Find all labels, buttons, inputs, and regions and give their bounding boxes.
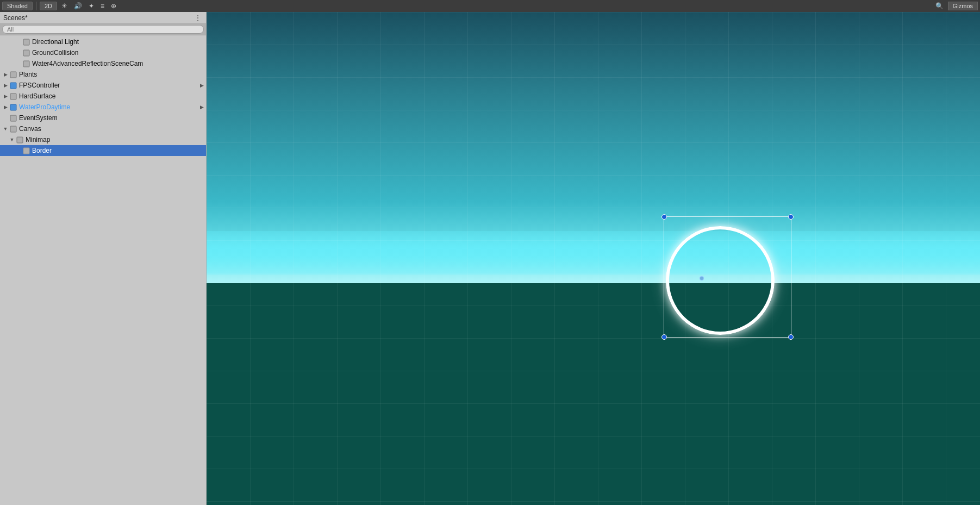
search-bar — [0, 24, 206, 35]
tree-item-minimap[interactable]: Minimap — [0, 134, 206, 145]
icon-hard-surface — [9, 92, 17, 101]
expand-arrow-plants[interactable] — [2, 71, 9, 78]
label-minimap: Minimap — [26, 136, 50, 144]
tree-item-border[interactable]: Border — [0, 145, 206, 156]
label-canvas: Canvas — [19, 125, 41, 133]
expand-arrow-water-pro[interactable] — [2, 104, 9, 110]
icon-directional-light — [22, 38, 30, 46]
label-border: Border — [32, 147, 52, 154]
tree-item-plants[interactable]: Plants — [0, 69, 206, 80]
toolbar-2d-btn[interactable]: 2D — [40, 2, 57, 10]
label-hard-surface: HardSurface — [19, 92, 55, 100]
label-event-system: EventSystem — [19, 114, 58, 122]
panel-header: Scenes* ⋮ — [0, 12, 206, 24]
icon-water-pro — [9, 103, 17, 111]
circle-center-pivot — [700, 276, 704, 280]
tree-item-event-system[interactable]: EventSystem — [0, 113, 206, 123]
layers-icon[interactable]: ⊕ — [109, 2, 118, 10]
tree-item-water-pro[interactable]: WaterProDaytime ▶ — [0, 102, 206, 113]
icon-border — [22, 146, 30, 155]
icon-canvas — [9, 124, 17, 133]
expand-arrow-canvas[interactable] — [2, 126, 9, 132]
icon-water4-cam — [22, 59, 30, 68]
toolbar-shade-mode[interactable]: Shaded — [2, 2, 33, 10]
tree-item-fps-controller[interactable]: FPSController ▶ — [0, 80, 206, 91]
label-plants: Plants — [19, 71, 37, 78]
icon-fps — [9, 81, 17, 90]
tree-item-directional-light[interactable]: Directional Light — [0, 36, 206, 47]
svg-rect-5 — [10, 93, 16, 99]
label-directional-light: Directional Light — [32, 38, 79, 46]
svg-rect-10 — [23, 148, 29, 154]
label-fps: FPSController — [19, 82, 60, 89]
right-arrow-water-pro: ▶ — [200, 104, 206, 110]
toolbar-divider-1 — [36, 2, 36, 10]
label-ground-collision: GroundCollision — [32, 49, 78, 57]
panel-menu-btn[interactable]: ⋮ — [193, 14, 203, 22]
svg-rect-9 — [17, 137, 23, 143]
tree-item-ground-collision[interactable]: GroundCollision — [0, 47, 206, 58]
search-input[interactable] — [2, 25, 204, 34]
minimap-border-circle — [666, 226, 775, 335]
tree-item-hard-surface[interactable]: HardSurface — [0, 91, 206, 102]
fx-icon[interactable]: ✦ — [86, 2, 96, 10]
expand-arrow-border — [15, 147, 22, 154]
label-water4-cam: Water4AdvancedReflectionSceneCam — [32, 60, 143, 67]
label-water-pro: WaterProDaytime — [19, 103, 70, 111]
right-arrow-fps: ▶ — [200, 83, 206, 88]
scene-ground — [207, 283, 980, 505]
top-toolbar: Shaded 2D ☀ 🔊 ✦ ≡ ⊕ 🔍 Gizmos — [0, 0, 980, 12]
scene-background — [207, 12, 980, 505]
expand-arrow-water4-cam — [15, 60, 22, 67]
scene-horizon-glow — [207, 231, 980, 275]
icon-event-system — [9, 114, 17, 122]
scene-view[interactable] — [207, 12, 980, 505]
svg-rect-8 — [10, 126, 16, 132]
svg-rect-7 — [10, 115, 16, 121]
search-scene-icon[interactable]: 🔍 — [933, 2, 946, 10]
lighting-icon[interactable]: ☀ — [59, 2, 70, 10]
icon-plants — [9, 70, 17, 79]
expand-arrow-fps[interactable] — [2, 82, 9, 89]
svg-rect-0 — [23, 39, 29, 45]
stats-icon[interactable]: ≡ — [98, 2, 107, 10]
svg-rect-3 — [10, 72, 16, 78]
icon-minimap — [15, 135, 24, 144]
scene-canvas — [207, 12, 980, 505]
svg-rect-1 — [23, 50, 29, 56]
svg-rect-6 — [10, 104, 16, 110]
icon-ground-collision — [22, 48, 30, 57]
svg-rect-2 — [23, 61, 29, 67]
expand-arrow-directional-light — [15, 39, 22, 45]
expand-arrow-hard-surface[interactable] — [2, 93, 9, 99]
gizmos-btn[interactable]: Gizmos — [948, 2, 978, 10]
audio-icon[interactable]: 🔊 — [72, 2, 84, 10]
expand-arrow-minimap[interactable] — [9, 136, 15, 143]
expand-arrow-ground-collision — [15, 49, 22, 56]
svg-rect-4 — [10, 83, 16, 89]
expand-arrow-event-system — [2, 115, 9, 121]
tree-item-water4-cam[interactable]: Water4AdvancedReflectionSceneCam — [0, 58, 206, 69]
panel-title: Scenes* — [3, 14, 191, 22]
hierarchy-panel: Scenes* ⋮ Directional Light GroundColl — [0, 12, 207, 505]
tree-item-canvas[interactable]: Canvas — [0, 123, 206, 134]
main-layout: Scenes* ⋮ Directional Light GroundColl — [0, 12, 980, 505]
hierarchy-tree: Directional Light GroundCollision Water4… — [0, 35, 206, 505]
